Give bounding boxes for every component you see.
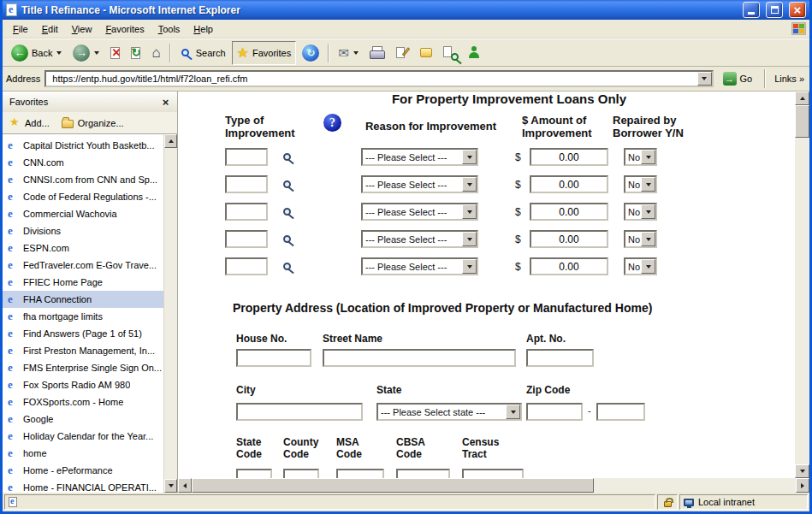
print-button[interactable] (365, 41, 389, 65)
menu-edit[interactable]: Edit (35, 21, 65, 37)
zip-plus4-input[interactable] (596, 403, 645, 421)
chevron-down-icon[interactable] (462, 259, 477, 274)
state-select[interactable]: --- Please Select state --- (376, 403, 522, 421)
chevron-down-icon[interactable] (462, 177, 477, 192)
favorite-item[interactable]: FMS Enterprise Single Sign On... (3, 359, 163, 376)
help-icon[interactable] (323, 114, 341, 132)
type-of-improvement-input[interactable] (225, 203, 268, 221)
street-name-input[interactable] (323, 349, 516, 367)
mail-button[interactable] (333, 41, 364, 65)
favorite-item[interactable]: Holiday Calendar for the Year... (3, 428, 163, 445)
links-chevron[interactable]: » (799, 74, 804, 84)
chevron-down-icon[interactable] (641, 204, 655, 219)
favorite-item[interactable]: CNNSI.com from CNN and Sp... (3, 171, 163, 188)
repaired-select[interactable]: No (624, 257, 657, 275)
forward-button[interactable] (68, 41, 104, 65)
favorite-item[interactable]: Fox Sports Radio AM 980 (3, 376, 163, 393)
amount-input[interactable] (530, 230, 608, 248)
county-code-input[interactable] (283, 469, 319, 478)
menu-help[interactable]: Help (187, 21, 220, 37)
edit-button[interactable] (390, 41, 414, 65)
chevron-down-icon[interactable] (641, 259, 655, 274)
menu-favorites[interactable]: Favorites (98, 21, 151, 37)
chevron-down-icon[interactable] (641, 232, 655, 246)
home-button[interactable] (146, 41, 165, 65)
favorite-item[interactable]: Home - FINANCIAL OPERATI... (3, 479, 163, 493)
lookup-button[interactable] (281, 231, 298, 248)
favorite-item-selected[interactable]: FHA Connection (3, 291, 163, 308)
scroll-up-button[interactable] (164, 134, 177, 148)
chevron-down-icon[interactable] (506, 405, 520, 419)
history-button[interactable] (297, 41, 324, 65)
type-of-improvement-input[interactable] (225, 175, 268, 193)
scroll-down-button[interactable] (795, 464, 809, 478)
favorite-item[interactable]: Home - ePeformance (3, 462, 163, 479)
msa-code-input[interactable] (336, 469, 384, 478)
horizontal-scrollbar[interactable] (178, 478, 809, 493)
amount-input[interactable] (530, 257, 608, 275)
amount-input[interactable] (530, 175, 608, 193)
favorite-item[interactable]: First Preston Management, In... (3, 342, 163, 359)
research-button[interactable] (438, 41, 462, 65)
favorite-item[interactable]: FOXSports.com - Home (3, 393, 163, 411)
chevron-down-icon[interactable] (462, 150, 477, 164)
census-tract-input[interactable] (462, 469, 524, 478)
chevron-down-icon[interactable] (641, 177, 655, 192)
favorite-item[interactable]: FFIEC Home Page (3, 274, 163, 291)
search-button[interactable]: Search (175, 41, 231, 65)
favorite-item[interactable]: fha mortgage limits (3, 308, 163, 325)
chevron-down-icon[interactable] (641, 150, 655, 164)
favorites-close-button[interactable] (158, 95, 173, 109)
refresh-button[interactable] (126, 41, 145, 65)
apt-no-input[interactable] (526, 349, 594, 367)
city-input[interactable] (236, 403, 363, 421)
horizontal-scroll-thumb[interactable] (192, 478, 594, 493)
favorite-item[interactable]: Code of Federal Regulations -... (3, 188, 163, 205)
add-favorite-button[interactable]: Add... (9, 117, 50, 128)
reason-select[interactable]: --- Please Select --- (361, 230, 478, 248)
state-code-input[interactable] (236, 469, 272, 478)
zip-code-input[interactable] (526, 403, 583, 421)
menu-view[interactable]: View (65, 21, 99, 37)
scroll-up-button[interactable] (795, 92, 809, 105)
favorite-item[interactable]: home (3, 445, 163, 462)
repaired-select[interactable]: No (624, 148, 657, 166)
chevron-down-icon[interactable] (462, 204, 477, 219)
lookup-button[interactable] (281, 204, 298, 221)
vertical-scrollbar[interactable] (795, 92, 809, 478)
scroll-right-button[interactable] (796, 478, 809, 493)
address-input[interactable]: https://entp.hud.gov/title1/html/f72loan… (44, 70, 713, 87)
amount-input[interactable] (530, 148, 608, 166)
links-bar[interactable]: Links » (773, 74, 806, 84)
close-button[interactable] (789, 2, 806, 18)
favorites-scrollbar[interactable] (163, 134, 177, 493)
favorite-item[interactable]: Google (3, 411, 163, 428)
reason-select[interactable]: --- Please Select --- (361, 175, 478, 193)
lookup-button[interactable] (281, 258, 298, 275)
house-no-input[interactable] (236, 349, 311, 367)
scroll-left-button[interactable] (178, 478, 192, 493)
mail-dropdown-icon[interactable] (353, 51, 359, 55)
favorites-button[interactable]: Favorites (232, 41, 297, 65)
maximize-button[interactable] (766, 2, 783, 18)
menu-tools[interactable]: Tools (151, 21, 187, 37)
favorite-item[interactable]: Capital District Youth Basketb... (3, 137, 163, 154)
type-of-improvement-input[interactable] (225, 257, 268, 275)
back-button[interactable]: Back (6, 41, 67, 65)
reason-select[interactable]: --- Please Select --- (361, 257, 478, 275)
address-dropdown-button[interactable] (697, 72, 712, 86)
amount-input[interactable] (530, 203, 608, 221)
repaired-select[interactable]: No (624, 203, 657, 221)
favorite-item[interactable]: Divisions (3, 222, 163, 239)
go-button[interactable]: Go (718, 67, 758, 91)
organize-favorites-button[interactable]: Organize... (62, 117, 124, 128)
favorite-item[interactable]: Find Answers (Page 1 of 51) (3, 325, 163, 342)
vertical-scroll-thumb[interactable] (795, 105, 809, 138)
horizontal-scroll-track[interactable] (594, 478, 796, 493)
lookup-button[interactable] (281, 176, 298, 193)
back-dropdown-icon[interactable] (56, 51, 62, 55)
menu-file[interactable]: File (6, 21, 35, 37)
repaired-select[interactable]: No (624, 230, 657, 248)
favorite-item[interactable]: ESPN.com (3, 239, 163, 257)
minimize-button[interactable] (743, 2, 760, 18)
